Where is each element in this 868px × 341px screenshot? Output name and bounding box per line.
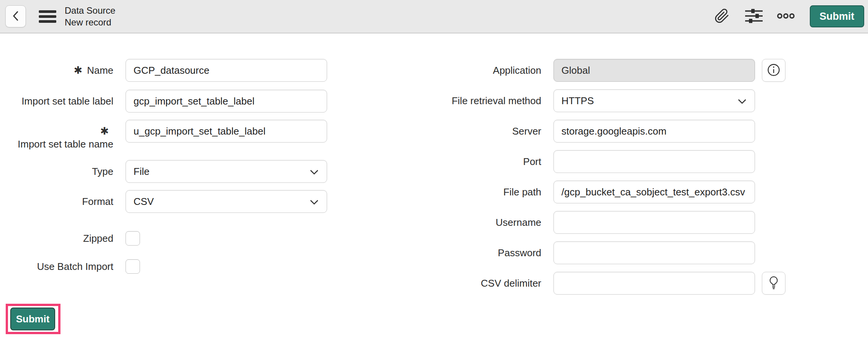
lightbulb-icon: [769, 276, 779, 291]
file-retrieval-method-value: HTTPS: [561, 95, 594, 107]
zipped-label: Zipped: [5, 231, 113, 246]
format-select[interactable]: CSV: [126, 190, 327, 213]
csv-delimiter-label: CSV delimiter: [432, 272, 541, 290]
sliders-icon: [745, 8, 763, 25]
field-row-name: ✱Name: [5, 59, 327, 82]
field-row-import-set-table-label: Import set table label: [5, 90, 327, 113]
field-row-application: Application: [432, 59, 785, 82]
file-retrieval-method-select[interactable]: HTTPS: [553, 89, 755, 112]
chevron-down-icon: [310, 166, 318, 178]
format-label: Format: [5, 190, 113, 208]
field-row-type: Type File: [5, 160, 327, 183]
server-label: Server: [432, 120, 541, 138]
name-input[interactable]: [126, 59, 327, 82]
csv-delimiter-hint-button[interactable]: [762, 272, 785, 295]
port-input[interactable]: [553, 150, 755, 173]
application-info-button[interactable]: [762, 59, 785, 82]
header-submit-button[interactable]: Submit: [810, 5, 865, 27]
header-actions: Submit: [712, 5, 865, 27]
server-input[interactable]: [553, 120, 755, 143]
personalize-form-button[interactable]: [744, 7, 763, 26]
ellipsis-icon: [777, 13, 795, 21]
required-marker: ✱: [100, 125, 109, 137]
chevron-left-icon: [11, 10, 20, 23]
type-select[interactable]: File: [126, 160, 327, 183]
application-input[interactable]: [553, 59, 755, 82]
import-set-table-label-label: Import set table label: [5, 90, 113, 108]
record-title: Data Source New record: [65, 5, 115, 28]
field-row-csv-delimiter: CSV delimiter: [432, 272, 785, 295]
back-button[interactable]: [5, 5, 26, 27]
field-row-format: Format CSV: [5, 190, 327, 213]
more-options-button[interactable]: [776, 7, 795, 26]
required-marker: ✱: [74, 65, 83, 76]
footer-submit-button[interactable]: Submit: [10, 308, 55, 330]
chevron-down-icon: [738, 95, 746, 107]
field-row-file-path: File path: [432, 181, 785, 203]
field-row-use-batch-import: Use Batch Import: [5, 259, 327, 274]
username-input[interactable]: [553, 211, 755, 234]
import-set-table-name-input[interactable]: [126, 120, 327, 143]
context-menu-icon[interactable]: [39, 10, 56, 23]
type-label: Type: [5, 160, 113, 178]
csv-delimiter-input[interactable]: [553, 272, 755, 295]
field-row-import-set-table-name: ✱Import set table name: [5, 120, 327, 143]
import-set-table-name-label: ✱Import set table name: [5, 120, 113, 151]
record-name-label: New record: [65, 16, 115, 28]
field-row-password: Password: [432, 241, 785, 264]
file-retrieval-method-label: File retrieval method: [432, 89, 541, 107]
username-label: Username: [432, 211, 541, 229]
port-label: Port: [432, 150, 541, 168]
form-header: Data Source New record: [0, 0, 868, 33]
file-path-label: File path: [432, 181, 541, 198]
table-name-label: Data Source: [65, 5, 115, 16]
chevron-down-icon: [310, 196, 318, 208]
form-column-right: Application File retrieval method HTTPS …: [432, 59, 785, 295]
field-row-zipped: Zipped: [5, 231, 327, 246]
application-label: Application: [432, 59, 541, 77]
zipped-checkbox[interactable]: [126, 231, 140, 246]
field-row-port: Port: [432, 150, 785, 173]
form-column-left: ✱Name Import set table label ✱Import set…: [5, 59, 327, 274]
file-path-input[interactable]: [553, 181, 755, 203]
field-row-username: Username: [432, 211, 785, 234]
import-set-table-label-input[interactable]: [126, 90, 327, 113]
paperclip-icon: [714, 8, 730, 25]
format-select-value: CSV: [134, 196, 154, 208]
name-label: ✱Name: [5, 59, 113, 77]
field-row-server: Server: [432, 120, 785, 143]
use-batch-import-checkbox[interactable]: [126, 259, 140, 274]
type-select-value: File: [134, 166, 149, 178]
password-label: Password: [432, 241, 541, 259]
info-icon: [767, 63, 781, 78]
password-input[interactable]: [553, 241, 755, 264]
field-row-file-retrieval-method: File retrieval method HTTPS: [432, 89, 785, 112]
attachment-button[interactable]: [712, 7, 731, 26]
use-batch-import-label: Use Batch Import: [5, 259, 113, 274]
